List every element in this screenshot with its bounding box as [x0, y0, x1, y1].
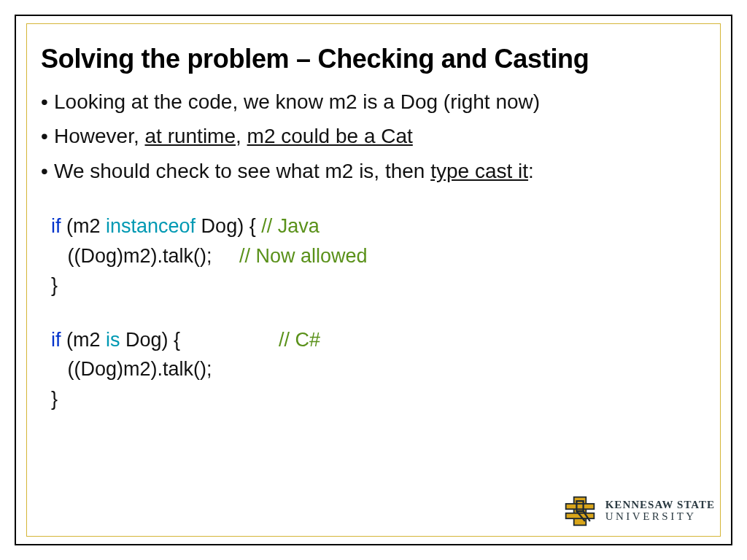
svg-rect-1 [565, 504, 594, 509]
code-line: if (m2 instanceof Dog) { // Java [51, 211, 706, 241]
university-logo: KENNESAW STATE UNIVERSITY [563, 494, 715, 528]
bullet-mark: • [41, 155, 54, 187]
code-line: ((Dog)m2).talk(); // Now allowed [51, 241, 706, 271]
bullet-item: • Looking at the code, we know m2 is a D… [41, 86, 706, 117]
code-line: ((Dog)m2).talk(); [51, 354, 706, 384]
slide-content: Solving the problem – Checking and Casti… [41, 44, 706, 524]
slide-title: Solving the problem – Checking and Casti… [41, 44, 706, 74]
logo-line1: KENNESAW STATE [605, 499, 715, 511]
code-block-csharp: if (m2 is Dog) { // C# ((Dog)m2).talk();… [51, 325, 706, 414]
bullet-list: • Looking at the code, we know m2 is a D… [41, 86, 706, 187]
bullet-item: • We should check to see what m2 is, the… [41, 155, 706, 187]
code-line: if (m2 is Dog) { // C# [51, 325, 706, 355]
ksu-logo-icon [563, 494, 597, 528]
bullet-mark: • [41, 120, 54, 152]
bullet-mark: • [41, 86, 54, 117]
code-block-java: if (m2 instanceof Dog) { // Java ((Dog)m… [51, 211, 706, 300]
bullet-text: Looking at the code, we know m2 is a Dog… [54, 86, 540, 117]
code-line: } [51, 271, 706, 300]
bullet-item: • However, at runtime, m2 could be a Cat [41, 120, 706, 152]
logo-text: KENNESAW STATE UNIVERSITY [605, 499, 715, 523]
bullet-text: We should check to see what m2 is, then … [54, 155, 534, 187]
code-line: } [51, 384, 706, 414]
bullet-text: However, at runtime, m2 could be a Cat [54, 120, 413, 152]
logo-line2: UNIVERSITY [605, 511, 715, 523]
